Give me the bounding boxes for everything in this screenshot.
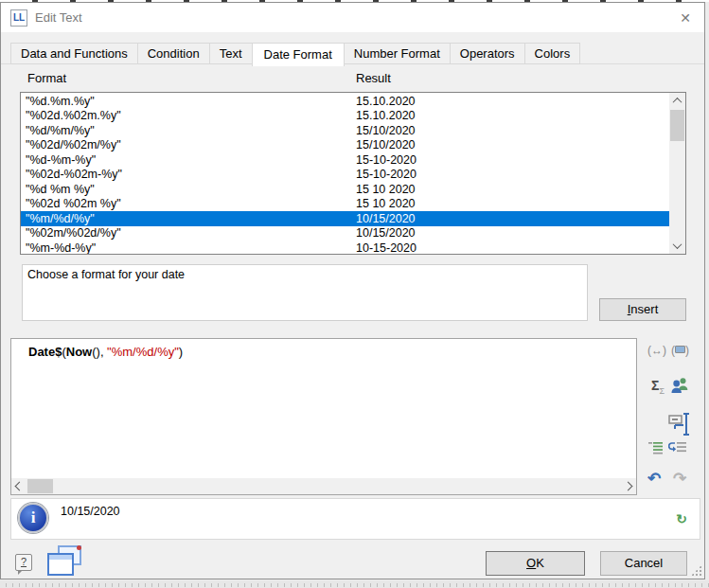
scroll-up-icon[interactable] [669, 93, 685, 109]
info-icon: i [18, 503, 48, 533]
result-cell: 15 10 2020 [356, 197, 416, 210]
title-bar[interactable]: LL Edit Text ✕ [1, 3, 704, 32]
result-preview-text: 10/15/2020 [61, 505, 120, 518]
format-cell: "%m/%d/%y" [21, 212, 356, 225]
tab-condition[interactable]: Condition [137, 43, 210, 64]
cancel-button[interactable]: Cancel [600, 551, 687, 576]
tab-text[interactable]: Text [209, 43, 253, 64]
horizontal-scrollbar-thumb[interactable] [27, 479, 53, 493]
format-list-row[interactable]: "%m/%d/%y"10/15/2020 [21, 211, 669, 226]
tab-bar: Data and FunctionsConditionTextDate Form… [10, 43, 579, 64]
format-cell: "%02d/%02m/%y" [21, 138, 356, 151]
resize-grip[interactable] [691, 565, 701, 576]
format-cell: "%d/%m/%y" [21, 124, 356, 137]
auto-parentheses-icon[interactable]: (↔) [647, 345, 666, 356]
tab-data-and-functions[interactable]: Data and Functions [10, 43, 138, 64]
format-list: "%d.%m.%y"15.10.2020"%02d.%02m.%y"15.10.… [21, 94, 669, 254]
vertical-scrollbar[interactable] [669, 93, 685, 254]
format-cell: "%02d %02m %y" [21, 197, 356, 210]
format-list-row[interactable]: "%02d.%02m.%y"15.10.2020 [21, 109, 669, 124]
insert-tab-icon[interactable] [668, 412, 691, 438]
result-cell: 15 10 2020 [356, 183, 416, 196]
format-cell: "%m-%d-%y" [21, 241, 356, 254]
format-cell: "%02d-%02m-%y" [21, 168, 356, 181]
result-column-label: Result [356, 71, 391, 85]
result-cell: 15/10/2020 [356, 138, 416, 151]
formula-token: Now [66, 345, 92, 359]
result-cell: 10-15-2020 [356, 241, 417, 254]
format-cell: "%02d.%02m.%y" [21, 109, 356, 122]
format-list-row[interactable]: "%d.%m.%y"15.10.2020 [21, 94, 669, 109]
format-list-row[interactable]: "%d-%m-%y"15-10-2020 [21, 152, 669, 168]
format-cell: "%02m/%02d/%y" [21, 226, 356, 240]
format-list-row[interactable]: "%02d/%02m/%y"15/10/2020 [21, 138, 669, 153]
dialog-title: Edit Text [35, 10, 82, 25]
result-cell: 15/10/2020 [356, 124, 416, 137]
insert-list-icon[interactable] [648, 442, 664, 456]
result-preview-panel: i 10/15/2020 ↻ [10, 498, 700, 540]
formula-token: "%m/%d/%y" [107, 345, 179, 359]
app-logo-icon: LL [10, 9, 27, 27]
background-ruler-bottom [0, 580, 709, 588]
format-list-row[interactable]: "%d/%m/%y"15/10/2020 [21, 123, 669, 138]
tab-date-format[interactable]: Date Format [252, 43, 345, 66]
formula-token: ) [179, 345, 183, 359]
result-cell: 15-10-2020 [356, 153, 417, 167]
screen: LL Edit Text ✕ Data and FunctionsConditi… [0, 0, 709, 588]
variables-users-icon[interactable] [671, 377, 688, 395]
vertical-scrollbar-thumb[interactable] [670, 110, 684, 141]
scroll-left-icon[interactable] [11, 478, 27, 494]
result-cell: 15.10.2020 [356, 95, 416, 108]
scroll-down-icon[interactable] [669, 238, 685, 254]
format-description: Choose a format for your date [22, 264, 588, 321]
undo-icon[interactable]: ↶ [647, 471, 661, 487]
result-cell: 15.10.2020 [356, 109, 416, 122]
redo-icon[interactable]: ↷ [673, 471, 686, 487]
fixed-parentheses-icon[interactable]: () [671, 345, 689, 356]
format-cell: "%d-%m-%y" [21, 153, 356, 167]
formula-token: Date$ [28, 345, 62, 359]
result-cell: 15-10-2020 [356, 168, 417, 181]
formula-line: Date$(Now(), "%m/%d/%y") [28, 345, 183, 359]
format-column-label: Format [27, 71, 66, 85]
format-list-row[interactable]: "%m-%d-%y"10-15-2020 [21, 241, 669, 254]
close-icon[interactable]: ✕ [675, 8, 696, 28]
formula-token: (), [92, 345, 107, 359]
format-list-row[interactable]: "%d %m %y"15 10 2020 [21, 182, 669, 197]
tab-colors[interactable]: Colors [524, 43, 581, 64]
help-icon[interactable]: ? [15, 554, 32, 571]
result-cell: 10/15/2020 [356, 212, 416, 225]
insert-button[interactable]: Insert [599, 298, 686, 321]
refresh-icon[interactable]: ↻ [676, 511, 687, 526]
insert-linebreak-icon[interactable] [668, 441, 687, 457]
tab-operators[interactable]: Operators [450, 43, 525, 64]
tab-number-format[interactable]: Number Format [344, 43, 451, 64]
sum-function-icon[interactable]: ΣΣ [651, 379, 665, 396]
format-listbox[interactable]: "%d.%m.%y"15.10.2020"%02d.%02m.%y"15.10.… [20, 92, 686, 255]
format-cell: "%d %m %y" [21, 183, 356, 196]
format-list-row[interactable]: "%02d %02m %y"15 10 2020 [21, 197, 669, 212]
format-cell: "%d.%m.%y" [21, 95, 356, 108]
ok-button[interactable]: OK [486, 551, 585, 576]
result-cell: 10/15/2020 [356, 226, 416, 240]
format-list-row[interactable]: "%02m/%02d/%y"10/15/2020 [21, 226, 669, 241]
edit-text-dialog: LL Edit Text ✕ Data and FunctionsConditi… [0, 2, 705, 579]
format-list-row[interactable]: "%02d-%02m-%y"15-10-2020 [21, 168, 669, 183]
scroll-right-icon[interactable] [620, 478, 636, 494]
horizontal-scrollbar[interactable] [11, 478, 636, 494]
formula-editor[interactable]: Date$(Now(), "%m/%d/%y") [10, 338, 637, 495]
windows-preview-icon[interactable] [44, 544, 84, 582]
